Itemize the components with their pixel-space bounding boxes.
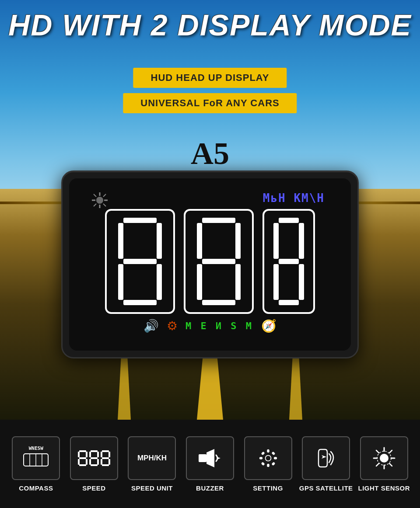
svg-rect-21 bbox=[261, 451, 265, 455]
badge-hud: HUD HEAD UP DISPLAY bbox=[133, 68, 287, 88]
feature-compass: WNESW COMPASS bbox=[9, 436, 63, 492]
seg-br-3 bbox=[299, 264, 304, 300]
mini-digit-2 bbox=[89, 450, 99, 466]
svg-line-34 bbox=[389, 450, 392, 453]
svg-marker-14 bbox=[206, 449, 214, 467]
buzzer-label: BUZZER bbox=[196, 484, 224, 492]
svg-marker-15 bbox=[217, 457, 220, 459]
seg-tl-2 bbox=[197, 223, 202, 259]
svg-rect-24 bbox=[271, 462, 275, 466]
compass-icon-box: WNESW bbox=[12, 436, 60, 480]
mph-text: MPH/KH bbox=[137, 454, 167, 463]
svg-line-6 bbox=[103, 204, 106, 206]
seg-digit-3 bbox=[273, 218, 304, 305]
light-icon-box bbox=[360, 436, 408, 480]
hud-screen: МьН КМ\Н bbox=[69, 178, 351, 351]
svg-rect-17 bbox=[267, 449, 270, 452]
volume-icon: 🔊 bbox=[144, 319, 159, 333]
svg-marker-26 bbox=[322, 455, 326, 459]
buzzer-icon-box bbox=[186, 436, 234, 480]
seg-br-2 bbox=[235, 264, 241, 300]
seg-digit-1 bbox=[118, 218, 162, 305]
digit-display bbox=[87, 209, 333, 314]
badge-container: HUD HEAD UP DISPLAY UNIVERSAL FoR ANY CA… bbox=[123, 68, 297, 113]
seg-digit-2 bbox=[197, 218, 241, 305]
svg-rect-20 bbox=[273, 457, 276, 459]
svg-point-27 bbox=[380, 454, 388, 463]
svg-line-35 bbox=[376, 463, 379, 466]
main-title: HD WITH 2 DISPLAY MODE bbox=[0, 8, 420, 42]
gps-svg bbox=[314, 447, 338, 469]
settings-icon-hud: ⚙ bbox=[167, 319, 178, 333]
speed-unit-icon-box: MPH/KH bbox=[128, 436, 176, 480]
seg-br-1 bbox=[157, 264, 162, 300]
seg-bot-3 bbox=[279, 300, 299, 305]
seg-mid-2 bbox=[202, 259, 235, 264]
svg-rect-18 bbox=[267, 463, 270, 466]
hud-unit-label: МьН КМ\Н bbox=[263, 191, 325, 205]
seg-tr-1 bbox=[157, 223, 162, 259]
hud-menu-label: М Е И Ѕ М bbox=[186, 320, 253, 331]
svg-line-32 bbox=[376, 450, 379, 453]
digit-block-3 bbox=[262, 209, 315, 314]
digit-block-1 bbox=[105, 209, 175, 314]
seg-mid-1 bbox=[123, 259, 157, 264]
mini-speed-display bbox=[78, 450, 110, 466]
badge-universal: UNIVERSAL FoR ANY CARS bbox=[123, 93, 297, 113]
top-section: HD WITH 2 DISPLAY MODE HUD HEAD UP DISPL… bbox=[0, 0, 420, 420]
seg-tr-3 bbox=[299, 223, 304, 259]
feature-buzzer: BUZZER bbox=[183, 436, 238, 492]
mini-digit-3 bbox=[101, 450, 110, 466]
svg-line-7 bbox=[103, 194, 106, 197]
seg-tl-1 bbox=[118, 223, 123, 259]
seg-bot-2 bbox=[202, 300, 235, 305]
buzzer-svg bbox=[197, 447, 223, 469]
speed-icon-box bbox=[70, 436, 118, 480]
feature-light: LIGHT SENSOR bbox=[357, 436, 411, 492]
feature-speed: SPEED bbox=[67, 436, 122, 492]
svg-line-5 bbox=[94, 194, 96, 197]
setting-icon-box bbox=[244, 436, 292, 480]
model-name: A5 bbox=[191, 136, 229, 172]
hud-bottom-icons: 🔊 ⚙ М Е И Ѕ М 🧭 bbox=[91, 319, 329, 333]
svg-point-0 bbox=[96, 197, 103, 204]
light-label: LIGHT SENSOR bbox=[358, 484, 410, 492]
seg-bl-2 bbox=[197, 264, 202, 300]
compass-label: COMPASS bbox=[19, 484, 53, 492]
seg-tl-3 bbox=[273, 223, 279, 259]
svg-line-8 bbox=[94, 204, 96, 206]
setting-label: SETTING bbox=[253, 484, 283, 492]
speed-unit-label: SPEED UNIT bbox=[131, 484, 173, 492]
seg-tr-2 bbox=[235, 223, 241, 259]
digit-block-2 bbox=[184, 209, 254, 314]
speed-label: SPEED bbox=[82, 484, 105, 492]
seg-bl-3 bbox=[273, 264, 279, 300]
feature-speed-unit: MPH/KH SPEED UNIT bbox=[125, 436, 179, 492]
features-section: WNESW COMPASS bbox=[0, 420, 420, 508]
gear-svg bbox=[259, 449, 278, 468]
seg-top-1 bbox=[123, 218, 157, 223]
svg-rect-22 bbox=[271, 451, 275, 455]
svg-point-25 bbox=[266, 456, 270, 460]
gps-icon-box bbox=[302, 436, 350, 480]
seg-bot-1 bbox=[123, 300, 157, 305]
compass-lines-svg bbox=[23, 451, 49, 469]
light-svg bbox=[372, 446, 396, 470]
feature-setting: SETTING bbox=[241, 436, 295, 492]
seg-top-3 bbox=[279, 218, 299, 223]
hud-device: МьН КМ\Н bbox=[61, 170, 359, 358]
seg-top-2 bbox=[202, 218, 235, 223]
seg-bl-1 bbox=[118, 264, 123, 300]
mini-digit-1 bbox=[78, 450, 88, 466]
compass-icon-hud: 🧭 bbox=[261, 319, 276, 333]
gps-label: GPS SATELLITE bbox=[299, 484, 353, 492]
svg-rect-23 bbox=[261, 462, 265, 466]
svg-line-33 bbox=[389, 463, 392, 466]
seg-mid-3 bbox=[279, 259, 299, 264]
svg-rect-19 bbox=[259, 457, 262, 459]
svg-rect-13 bbox=[199, 454, 206, 462]
feature-gps: GPS SATELLITE bbox=[299, 436, 354, 492]
hud-speaker-icon bbox=[91, 191, 108, 212]
